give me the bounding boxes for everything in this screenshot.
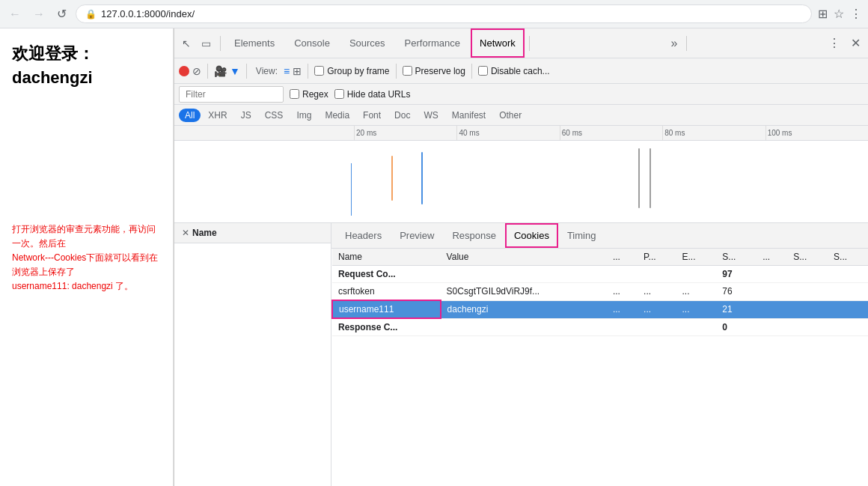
separator2 [246,64,247,79]
tab-network[interactable]: Network [471,28,525,58]
hide-data-urls-input[interactable] [334,89,344,99]
waterfall-view-icon[interactable]: ⊞ [293,65,302,77]
type-btn-js[interactable]: JS [235,109,257,122]
regex-checkbox[interactable]: Regex [290,89,328,100]
refresh-button[interactable]: ↺ [54,4,70,24]
tab-timing[interactable]: Timing [558,223,605,248]
disable-cache-checkbox[interactable]: Disable cach... [478,66,550,76]
device-toolbar-button[interactable]: ▭ [197,34,216,52]
regex-label: Regex [302,89,328,100]
tab-performance[interactable]: Performance [396,28,469,58]
name-column: ✕ Name [174,223,331,486]
back-button[interactable]: ← [6,4,24,24]
devtools-close-button[interactable]: ✕ [846,36,865,50]
preserve-log-input[interactable] [403,66,412,76]
tl-bar-4 [650,148,651,208]
group-by-frame-input[interactable] [314,66,324,76]
bookmark-icon[interactable]: ☆ [834,7,844,21]
tab-console[interactable]: Console [285,28,339,58]
username111-col4: ... [638,300,676,318]
menu-icon[interactable]: ⋮ [850,7,862,21]
col-header-8: S... [828,249,868,266]
tab-sources[interactable]: Sources [340,28,394,58]
disable-cache-input[interactable] [478,66,488,76]
more-tabs-button[interactable]: » [666,37,682,50]
response-cookies-size: 0 [716,318,757,336]
csrftoken-col5: ... [676,283,716,301]
browser-chrome: ← → ↺ 🔒 127.0.0.1:8000/index/ ⊞ ☆ ⋮ [0,0,868,28]
disable-cache-label: Disable cach... [491,66,550,76]
separator5 [471,64,472,79]
username111-name: username111 [332,300,441,318]
element-picker-button[interactable]: ↖ [177,34,195,52]
col-header-7: S... [787,249,828,266]
type-btn-other[interactable]: Other [493,109,528,122]
tab-response[interactable]: Response [443,223,505,248]
group-by-frame-checkbox[interactable]: Group by frame [314,66,389,76]
preserve-log-checkbox[interactable]: Preserve log [403,66,465,76]
clear-button[interactable]: ⊘ [192,65,201,77]
url-text: 127.0.0.1:8000/index/ [101,8,195,19]
address-bar[interactable]: 🔒 127.0.0.1:8000/index/ [76,4,812,23]
browser-actions: ⊞ ☆ ⋮ [818,7,862,21]
preserve-log-label: Preserve log [415,66,465,76]
hide-data-urls-checkbox[interactable]: Hide data URLs [334,89,411,100]
close-name-panel-button[interactable]: ✕ [182,228,189,238]
type-btn-doc[interactable]: Doc [388,109,416,122]
type-btn-all[interactable]: All [179,109,201,122]
type-btn-media[interactable]: Media [319,109,355,122]
csrftoken-row[interactable]: csrftoken S0CsgtTGIL9dViRJ9f... ... ... … [332,283,868,301]
name-column-header: ✕ Name [174,223,331,243]
tl-bar-3 [638,148,640,208]
extension-icon[interactable]: ⊞ [818,7,828,21]
type-btn-xhr[interactable]: XHR [202,109,233,122]
welcome-name: dachengzi [12,68,161,88]
tl-marker [351,163,352,216]
csrftoken-col6: 76 [716,283,757,301]
forward-button[interactable]: → [30,4,48,24]
timeline-content [174,141,868,223]
separator [220,36,221,51]
filter-input[interactable] [179,86,284,103]
filter-button[interactable]: ▼ [230,65,240,77]
record-button[interactable] [179,66,189,76]
response-cookies-label: Response C... [332,318,716,336]
regex-input[interactable] [290,89,299,99]
separator3 [686,36,687,51]
type-btn-css[interactable]: CSS [259,109,290,122]
devtools-menu-button[interactable]: ⋮ [824,36,845,50]
tab-cookies[interactable]: Cookies [505,223,558,248]
type-btn-ws[interactable]: WS [418,109,444,122]
timeline-ruler: 20 ms 40 ms 60 ms 80 ms 100 ms [174,126,868,141]
timeline: 20 ms 40 ms 60 ms 80 ms 100 ms [174,126,868,223]
csrftoken-name: csrftoken [332,283,441,301]
filter-bar: Regex Hide data URLs [174,84,868,105]
username111-row[interactable]: username111 dachengzi ... ... ... 21 [332,300,868,318]
lock-icon: 🔒 [85,9,97,19]
list-view-icon[interactable]: ≡ [284,65,290,77]
tab-preview[interactable]: Preview [391,223,443,248]
separator3 [308,64,308,79]
separator4 [396,64,397,79]
tick-100ms: 100 ms [765,126,868,140]
network-toolbar: ⊘ 🎥 ▼ View: ≡ ⊞ Group by frame Preserve … [174,58,868,84]
col-header-value: Value [441,249,607,266]
type-btn-font[interactable]: Font [357,109,387,122]
request-panel: ✕ Name Headers Preview Response Cookies … [174,223,868,486]
welcome-title: 欢迎登录： [12,43,161,65]
devtools-topbar: ↖ ▭ Elements Console Sources Performance… [174,28,868,58]
main-layout: 欢迎登录： dachengzi 打开浏览器的审查元素功能，再访问一次。然后在Ne… [0,28,868,486]
col-header-s: S... [716,249,757,266]
tick-80ms: 80 ms [662,126,765,140]
hide-data-urls-label: Hide data URLs [347,89,411,100]
col-header-e: E... [676,249,716,266]
tab-headers[interactable]: Headers [336,223,391,248]
col-header-name: Name [332,249,441,266]
type-btn-manifest[interactable]: Manifest [446,109,492,122]
type-btn-img[interactable]: Img [290,109,317,122]
type-filter-bar: All XHR JS CSS Img Media Font Doc WS Man… [174,105,868,126]
request-cookies-header-row: Request Co... 97 [332,266,868,283]
screenshot-button[interactable]: 🎥 [214,65,227,77]
tab-elements[interactable]: Elements [225,28,284,58]
detail-tabs: Headers Preview Response Cookies Timing [331,223,868,249]
